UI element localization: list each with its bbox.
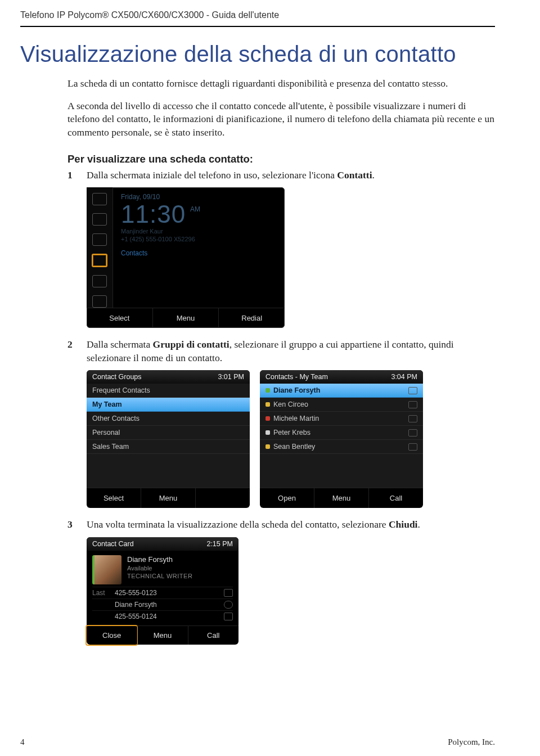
contact-name: Peter Krebs: [273, 429, 310, 436]
step-1-text-pre: Dalla schermata iniziale del telefono in…: [87, 169, 337, 181]
presence-icon: [266, 444, 270, 449]
softkey-select[interactable]: Select: [87, 488, 141, 508]
home-ampm: AM: [190, 205, 200, 213]
card-row-label: Last: [92, 589, 115, 597]
step-1: 1 Dalla schermata iniziale del telefono …: [20, 169, 495, 182]
group-label: Sales Team: [92, 443, 129, 451]
home-user-extension: +1 (425) 555-0100 X52296: [121, 236, 278, 242]
phone-contact-groups: Contact Groups 3:01 PM Frequent Contacts…: [87, 370, 250, 508]
contact-name: Michele Martin: [273, 415, 319, 422]
phone-type-icon: [224, 601, 233, 609]
card-row-value: 425-555-0123: [115, 589, 224, 597]
softkey-redial[interactable]: Redial: [218, 308, 285, 328]
note-icon: [408, 387, 417, 394]
phone-home-screen: Friday, 09/10 11:30 AM Manjinder Kaur +1…: [87, 187, 285, 328]
home-contacts-label: Contacts: [121, 249, 278, 257]
softkey-menu[interactable]: Menu: [152, 308, 219, 328]
presence-icon: [266, 388, 270, 393]
list-item[interactable]: Ken Circeo: [260, 398, 423, 412]
home-date: Friday, 09/10: [121, 193, 278, 201]
note-icon: [408, 429, 417, 436]
card-availability: Available: [127, 565, 192, 572]
search-icon[interactable]: [92, 213, 107, 226]
step-1-bold: Contatti: [337, 169, 372, 181]
step-2-bold: Gruppi di contatti: [153, 339, 230, 350]
contact-name: Ken Circeo: [273, 400, 308, 408]
step-number: 2: [68, 338, 87, 364]
step-3-bold: Chiudi: [389, 519, 418, 530]
group-label: Personal: [92, 429, 120, 436]
card-time: 2:15 PM: [206, 540, 233, 548]
group-label: My Team: [92, 400, 122, 408]
step-2-text-pre: Dalla schermata: [87, 339, 153, 350]
phone-type-icon: [224, 613, 233, 620]
softkey-menu[interactable]: Menu: [137, 626, 187, 645]
list-item[interactable]: Diane Forsyth: [260, 384, 423, 398]
contacts-icon[interactable]: [92, 254, 107, 267]
list-item[interactable]: Sean Bentley: [260, 440, 423, 454]
home-softkeys: Select Menu Redial: [87, 308, 285, 328]
contacts-time: 3:04 PM: [391, 373, 417, 381]
step-1-text-post: .: [372, 169, 375, 181]
group-label: Frequent Contacts: [92, 386, 150, 394]
softkey-menu[interactable]: Menu: [141, 488, 195, 508]
procedure-subhead: Per visualizzare una scheda contatto:: [20, 153, 495, 165]
softkey-close[interactable]: Close: [87, 626, 137, 645]
step-2: 2 Dalla schermata Gruppi di contatti, se…: [20, 338, 495, 364]
note-icon: [408, 401, 417, 408]
step-3: 3 Una volta terminata la visualizzazione…: [20, 518, 495, 532]
presence-icon: [266, 430, 270, 435]
list-item[interactable]: Sales Team: [87, 440, 250, 454]
group-label: Other Contacts: [92, 415, 140, 422]
call-log-icon[interactable]: [92, 275, 107, 287]
page-title: Visualizzazione della scheda di un conta…: [20, 42, 495, 67]
list-item[interactable]: Personal: [87, 426, 250, 440]
phone-contact-card: Contact Card 2:15 PM Diane Forsyth Avail…: [87, 537, 238, 645]
list-item[interactable]: Peter Krebs: [260, 426, 423, 440]
softkey-open[interactable]: Open: [260, 488, 314, 508]
card-title: Contact Card: [92, 540, 134, 548]
avatar: [92, 555, 122, 584]
presence-icon: [266, 402, 270, 407]
page-number: 4: [20, 737, 25, 747]
card-row[interactable]: Diane Forsyth: [92, 598, 233, 610]
card-row-value: Diane Forsyth: [115, 601, 224, 609]
home-time: 11:30: [121, 202, 186, 227]
step-3-text-post: .: [417, 519, 420, 530]
softkey-select[interactable]: Select: [87, 308, 152, 328]
list-item[interactable]: My Team: [87, 398, 250, 412]
phone-type-icon: [224, 589, 233, 597]
presence-icon: [266, 416, 270, 421]
softkey-call[interactable]: Call: [188, 626, 238, 645]
list-item[interactable]: Michele Martin: [260, 412, 423, 426]
list-item[interactable]: Frequent Contacts: [87, 384, 250, 398]
voicemail-icon[interactable]: [92, 193, 107, 205]
card-row[interactable]: 425-555-0124: [92, 610, 233, 622]
intro-paragraph-1: La scheda di un contatto fornisce dettag…: [20, 77, 495, 91]
card-contact-name: Diane Forsyth: [127, 555, 192, 564]
header-rule: [20, 26, 495, 27]
softkey-call[interactable]: Call: [368, 488, 423, 508]
note-icon: [408, 443, 417, 451]
groups-time: 3:01 PM: [218, 373, 244, 381]
dialpad-icon[interactable]: [92, 233, 107, 246]
footer-company: Polycom, Inc.: [448, 737, 495, 747]
running-header: Telefono IP Polycom® CX500/CX600/CX3000 …: [20, 10, 495, 20]
home-user-name: Manjinder Kaur: [121, 228, 278, 235]
contacts-title: Contacts - My Team: [266, 373, 328, 381]
groups-title: Contact Groups: [92, 373, 142, 381]
softkey-menu[interactable]: Menu: [314, 488, 368, 508]
step-number: 3: [68, 518, 87, 532]
settings-icon[interactable]: [92, 295, 107, 308]
card-role: TECHNICAL WRITER: [127, 573, 192, 579]
contact-name: Sean Bentley: [273, 443, 315, 451]
note-icon: [408, 415, 417, 422]
intro-paragraph-2: A seconda del livello di accesso che il …: [20, 100, 495, 140]
step-number: 1: [68, 169, 87, 182]
list-item[interactable]: Other Contacts: [87, 412, 250, 426]
phone-contacts-myteam: Contacts - My Team 3:04 PM Diane Forsyth…: [260, 370, 423, 508]
contact-name: Diane Forsyth: [273, 386, 320, 394]
step-3-text-pre: Una volta terminata la visualizzazione d…: [87, 519, 389, 530]
card-row[interactable]: Last 425-555-0123: [92, 587, 233, 598]
softkey-blank: [195, 488, 250, 508]
